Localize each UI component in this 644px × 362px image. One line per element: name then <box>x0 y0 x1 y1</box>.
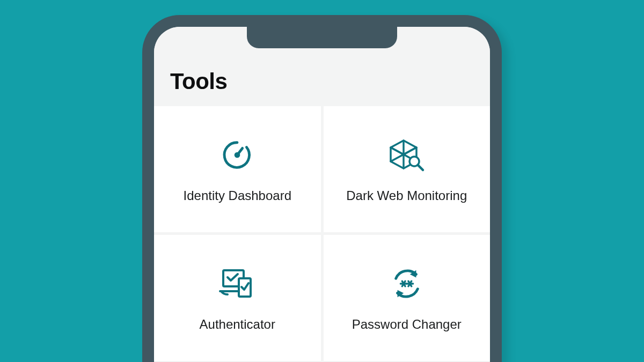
gauge-icon <box>217 135 257 175</box>
tool-label: Password Changer <box>342 316 471 333</box>
tool-card-authenticator[interactable]: Authenticator <box>154 235 321 361</box>
devices-check-icon <box>217 264 257 304</box>
tools-grid: Identity Dashboard <box>154 106 490 361</box>
tool-card-dark-web-monitoring[interactable]: Dark Web Monitoring <box>324 106 491 232</box>
tool-label: Authenticator <box>190 316 285 333</box>
svg-line-8 <box>418 165 423 170</box>
tool-label: Dark Web Monitoring <box>336 188 477 204</box>
page-title: Tools <box>170 69 474 94</box>
cube-search-icon <box>387 135 427 175</box>
tool-card-password-changer[interactable]: Password Changer <box>324 235 491 361</box>
phone-notch <box>247 27 397 48</box>
phone-screen: Tools Identity Dashboard <box>154 27 490 362</box>
phone-device-frame: Tools Identity Dashboard <box>142 15 502 362</box>
tool-card-identity-dashboard[interactable]: Identity Dashboard <box>154 106 321 232</box>
password-refresh-icon <box>387 264 427 304</box>
tool-label: Identity Dashboard <box>174 188 301 204</box>
